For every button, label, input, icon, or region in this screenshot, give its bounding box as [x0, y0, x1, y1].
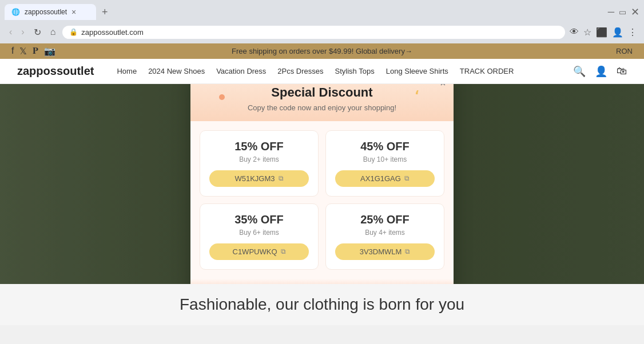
copy-code-25-button[interactable]: 3V3DMWLM ⧉: [335, 243, 435, 260]
nav-bar: zappossoutlet Home 2024 New Shoes Vacati…: [0, 59, 644, 84]
toolbar-icons: 👁 ☆ ⬛ 👤 ⋮: [570, 27, 637, 38]
browser-chrome: 🌐 zappossoutlet × + ─ ▭ ✕ ‹ › ↻ ⌂ 🔒 zapp…: [0, 0, 644, 43]
coupon-code-25: 3V3DMWLM: [360, 247, 402, 256]
copy-icon-25: ⧉: [405, 247, 410, 255]
extensions-icon[interactable]: ⬛: [596, 27, 607, 38]
reload-button[interactable]: ↻: [31, 26, 43, 39]
modal-overlay: ʻ Special Discount Copy the code now and…: [0, 84, 644, 284]
copy-code-45-button[interactable]: AX1G1GAG ⧉: [335, 170, 435, 187]
discount-35-condition: Buy 6+ items: [209, 229, 309, 237]
top-bar: f 𝕏 𝐏 📷 Free shipping on orders over $49…: [0, 43, 644, 59]
instagram-icon[interactable]: 📷: [44, 46, 55, 57]
url-text: zappossoutlet.com: [81, 28, 558, 37]
discount-45-percent: 45% OFF: [335, 140, 435, 153]
coupon-code-15: W51KJGM3: [234, 174, 275, 183]
modal-header: ʻ Special Discount Copy the code now and…: [190, 84, 454, 121]
nav-home[interactable]: Home: [117, 67, 137, 75]
address-bar: ‹ › ↻ ⌂ 🔒 zappossoutlet.com 👁 ☆ ⬛ 👤 ⋮: [0, 21, 644, 43]
minimize-button[interactable]: ─: [608, 7, 614, 17]
twitter-icon[interactable]: 𝕏: [19, 46, 27, 57]
lock-icon: 🔒: [69, 28, 78, 36]
discount-35-percent: 35% OFF: [209, 213, 309, 226]
coupon-code-35: C1WPUWKQ: [233, 247, 277, 256]
hero-tagline: Fashionable, our clothing is born for yo…: [11, 295, 633, 314]
nav-links: Home 2024 New Shoes Vacation Dress 2Pcs …: [117, 67, 573, 75]
facebook-icon[interactable]: f: [11, 46, 14, 57]
back-button[interactable]: ‹: [7, 26, 14, 38]
restore-button[interactable]: ▭: [619, 7, 626, 17]
discount-card-25: 25% OFF Buy 4+ items 3V3DMWLM ⧉: [325, 203, 444, 270]
window-controls: ─ ▭ ✕: [608, 6, 639, 18]
close-button[interactable]: ✕: [631, 6, 639, 18]
below-hero: Fashionable, our clothing is born for yo…: [0, 284, 644, 325]
hero-section: ʻ Special Discount Copy the code now and…: [0, 84, 644, 284]
copy-icon-45: ⧉: [404, 174, 410, 182]
decorative-dot: [219, 94, 225, 100]
currency-selector[interactable]: RON: [616, 47, 633, 55]
tab-bar: 🌐 zappossoutlet × + ─ ▭ ✕: [0, 0, 644, 21]
copy-icon-35: ⧉: [281, 247, 286, 255]
discount-card-45: 45% OFF Buy 10+ items AX1G1GAG ⧉: [325, 130, 444, 197]
profile-icon[interactable]: 👤: [612, 27, 623, 38]
tab-close-button[interactable]: ×: [71, 7, 76, 17]
nav-long-sleeve[interactable]: Long Sleeve Shirts: [386, 67, 448, 75]
discount-45-condition: Buy 10+ items: [335, 155, 435, 163]
discount-25-percent: 25% OFF: [335, 213, 435, 226]
discount-15-condition: Buy 2+ items: [209, 155, 309, 163]
coupon-code-45: AX1G1GAG: [360, 174, 401, 183]
special-discount-modal: ʻ Special Discount Copy the code now and…: [190, 84, 454, 284]
account-icon[interactable]: 👤: [595, 65, 607, 78]
nav-vacation-dress[interactable]: Vacation Dress: [216, 67, 266, 75]
page-wrapper: 🌐 zappossoutlet × + ─ ▭ ✕ ‹ › ↻ ⌂ 🔒 zapp…: [0, 0, 644, 325]
discount-grid: 15% OFF Buy 2+ items W51KJGM3 ⧉ 45% OFF: [200, 130, 444, 270]
new-tab-button[interactable]: +: [98, 6, 112, 18]
url-bar[interactable]: 🔒 zappossoutlet.com: [62, 26, 565, 39]
nav-2pcs-dresses[interactable]: 2Pcs Dresses: [277, 67, 323, 75]
modal-wave-svg: [190, 279, 454, 285]
cart-icon[interactable]: 🛍: [617, 65, 627, 77]
cast-icon[interactable]: 👁: [570, 27, 579, 37]
modal-body: 15% OFF Buy 2+ items W51KJGM3 ⧉ 45% OFF: [190, 121, 454, 279]
home-button[interactable]: ⌂: [48, 26, 58, 38]
discount-15-percent: 15% OFF: [209, 140, 309, 153]
modal-title: Special Discount: [204, 85, 440, 100]
discount-card-15: 15% OFF Buy 2+ items W51KJGM3 ⧉: [200, 130, 319, 197]
nav-stylish-tops[interactable]: Stylish Tops: [335, 67, 375, 75]
discount-card-35: 35% OFF Buy 6+ items C1WPUWKQ ⧉: [200, 203, 319, 270]
copy-code-15-button[interactable]: W51KJGM3 ⧉: [209, 170, 309, 187]
nav-track-order[interactable]: TRACK ORDER: [460, 67, 514, 75]
tab-title: zappossoutlet: [25, 8, 67, 16]
nav-action-icons: 🔍 👤 🛍: [573, 65, 627, 78]
tab-favicon: 🌐: [11, 8, 20, 16]
star-icon[interactable]: ☆: [583, 27, 591, 38]
social-icons: f 𝕏 𝐏 📷: [11, 46, 55, 57]
modal-close-button[interactable]: ×: [440, 84, 446, 89]
pinterest-icon[interactable]: 𝐏: [33, 46, 38, 57]
search-icon[interactable]: 🔍: [573, 65, 586, 78]
discount-25-condition: Buy 4+ items: [335, 229, 435, 237]
forward-button[interactable]: ›: [19, 26, 26, 38]
active-tab[interactable]: 🌐 zappossoutlet ×: [5, 4, 96, 20]
nav-new-shoes[interactable]: 2024 New Shoes: [148, 67, 205, 75]
shipping-message: Free shipping on orders over $49.99! Glo…: [232, 47, 412, 55]
modal-bottom-decoration: [190, 279, 454, 285]
site-logo[interactable]: zappossoutlet: [17, 65, 94, 78]
copy-icon-15: ⧉: [279, 174, 284, 182]
decorative-curl: ʻ: [415, 89, 419, 105]
website: f 𝕏 𝐏 📷 Free shipping on orders over $49…: [0, 43, 644, 325]
modal-subtitle: Copy the code now and enjoy your shoppin…: [204, 103, 440, 112]
menu-icon[interactable]: ⋮: [628, 27, 637, 38]
copy-code-35-button[interactable]: C1WPUWKQ ⧉: [209, 243, 309, 260]
